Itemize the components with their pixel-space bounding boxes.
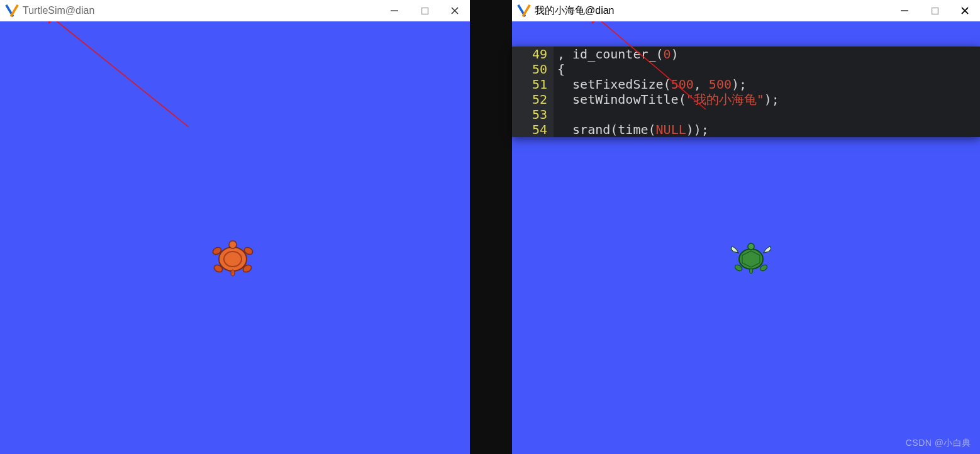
svg-rect-1 bbox=[421, 8, 428, 14]
svg-point-24 bbox=[750, 269, 753, 274]
turtle-orange bbox=[209, 240, 256, 279]
code-line: 50{ bbox=[512, 62, 980, 77]
x11-icon bbox=[517, 4, 531, 18]
svg-marker-19 bbox=[586, 21, 599, 24]
svg-point-8 bbox=[229, 241, 237, 248]
window-controls bbox=[388, 4, 461, 17]
code-content: { bbox=[554, 62, 565, 77]
code-line: 54 srand(time(NULL)); bbox=[512, 122, 980, 137]
close-button[interactable] bbox=[448, 4, 461, 17]
code-content: setFixedSize(500, 500); bbox=[554, 77, 747, 92]
window-title: TurtleSim@dian bbox=[23, 5, 94, 16]
code-content: setWindowTitle("我的小海龟"); bbox=[554, 92, 779, 107]
code-line: 51 setFixedSize(500, 500); bbox=[512, 77, 980, 92]
workspace: TurtleSim@dian bbox=[0, 0, 980, 454]
titlebar-left[interactable]: TurtleSim@dian bbox=[0, 0, 470, 21]
window-divider bbox=[470, 0, 512, 454]
line-number: 51 bbox=[512, 77, 554, 92]
line-number: 54 bbox=[512, 122, 554, 137]
svg-rect-15 bbox=[932, 8, 938, 14]
svg-marker-5 bbox=[43, 21, 54, 24]
svg-point-13 bbox=[231, 270, 235, 276]
window-turtlesim: TurtleSim@dian bbox=[0, 0, 470, 454]
svg-line-4 bbox=[49, 21, 189, 127]
watermark: CSDN @小白典 bbox=[906, 438, 971, 449]
turtle-canvas-left[interactable] bbox=[0, 21, 470, 454]
code-content: , id_counter_(0) bbox=[554, 47, 679, 62]
x11-icon bbox=[5, 4, 19, 18]
window-controls bbox=[898, 4, 971, 17]
turtle-canvas-right[interactable]: 49, id_counter_(0)50{51 setFixedSize(500… bbox=[512, 21, 980, 454]
minimize-button[interactable] bbox=[898, 4, 911, 17]
window-title: 我的小海龟@dian bbox=[535, 4, 615, 18]
line-number: 49 bbox=[512, 47, 554, 62]
code-line: 49, id_counter_(0) bbox=[512, 47, 980, 62]
svg-point-21 bbox=[748, 243, 754, 250]
close-button[interactable] bbox=[959, 4, 971, 17]
line-number: 52 bbox=[512, 92, 554, 107]
annotation-arrow bbox=[0, 21, 195, 131]
code-content: srand(time(NULL)); bbox=[554, 122, 709, 137]
svg-point-6 bbox=[219, 247, 247, 271]
line-number: 50 bbox=[512, 62, 554, 77]
line-number: 53 bbox=[512, 107, 554, 122]
turtle-green bbox=[730, 241, 772, 277]
minimize-button[interactable] bbox=[388, 4, 401, 17]
titlebar-right[interactable]: 我的小海龟@dian bbox=[512, 0, 980, 21]
code-line: 52 setWindowTitle("我的小海龟"); bbox=[512, 92, 980, 107]
code-panel: 49, id_counter_(0)50{51 setFixedSize(500… bbox=[512, 47, 980, 137]
maximize-button[interactable] bbox=[928, 4, 941, 17]
code-line: 53 bbox=[512, 107, 980, 122]
window-myturtle: 我的小海龟@dian 49, id_counter_(0)50{51 setFi… bbox=[512, 0, 980, 454]
maximize-button[interactable] bbox=[418, 4, 431, 17]
